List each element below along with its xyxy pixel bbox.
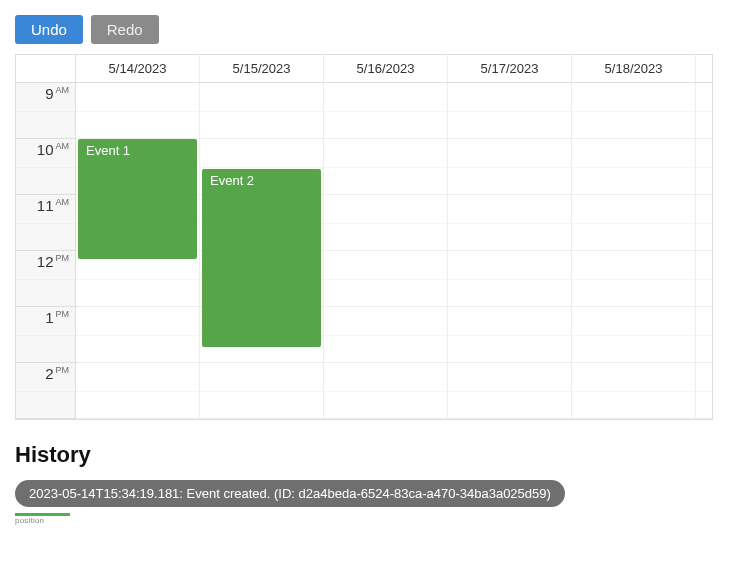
calendar-event[interactable]: Event 1 xyxy=(78,139,197,259)
history-item[interactable]: 2023-05-14T15:34:19.181: Event created. … xyxy=(15,480,565,507)
calendar-grid[interactable]: Event 1 Event 2 xyxy=(76,83,712,419)
day-column[interactable]: Event 1 xyxy=(76,83,200,419)
day-column[interactable]: Event 2 xyxy=(200,83,324,419)
hour-label: 12PM xyxy=(16,251,75,307)
day-header[interactable]: 5/16/2023 xyxy=(324,55,448,82)
day-header[interactable]: 5/14/2023 xyxy=(76,55,200,82)
time-gutter: 9AM 10AM 11AM 12PM 1PM 2PM xyxy=(16,83,76,419)
calendar-event[interactable]: Event 2 xyxy=(202,169,321,347)
day-column[interactable] xyxy=(572,83,696,419)
day-header[interactable]: 5/15/2023 xyxy=(200,55,324,82)
history-heading: History xyxy=(15,442,715,468)
history-position: position xyxy=(15,513,715,525)
history-list: 2023-05-14T15:34:19.181: Event created. … xyxy=(15,480,715,511)
day-header[interactable]: 5/18/2023 xyxy=(572,55,696,82)
calendar: 5/14/2023 5/15/2023 5/16/2023 5/17/2023 … xyxy=(15,54,713,420)
hour-label: 10AM xyxy=(16,139,75,195)
position-label: position xyxy=(15,516,715,525)
calendar-header: 5/14/2023 5/15/2023 5/16/2023 5/17/2023 … xyxy=(16,55,712,83)
hour-label: 2PM xyxy=(16,363,75,419)
toolbar: Undo Redo xyxy=(15,15,715,44)
day-column[interactable] xyxy=(324,83,448,419)
hour-label: 11AM xyxy=(16,195,75,251)
hour-label: 1PM xyxy=(16,307,75,363)
undo-button[interactable]: Undo xyxy=(15,15,83,44)
hour-label: 9AM xyxy=(16,83,75,139)
time-gutter-header xyxy=(16,55,76,82)
calendar-body: 9AM 10AM 11AM 12PM 1PM 2PM Event 1 Event… xyxy=(16,83,712,419)
day-header-extra xyxy=(696,55,712,82)
day-column[interactable] xyxy=(448,83,572,419)
day-header[interactable]: 5/17/2023 xyxy=(448,55,572,82)
redo-button[interactable]: Redo xyxy=(91,15,159,44)
day-column-extra xyxy=(696,83,712,419)
